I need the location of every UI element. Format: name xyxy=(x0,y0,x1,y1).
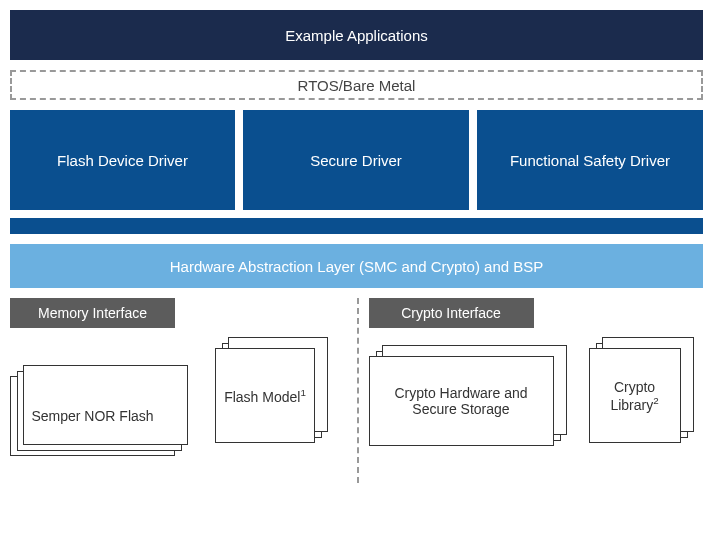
doc-text: Crypto Hardware and Secure Storage xyxy=(376,385,547,417)
doc-label: Crypto Library xyxy=(610,379,655,413)
doc-text: Semper NOR Flash xyxy=(31,408,153,424)
doc-flash-model: Flash Model1 xyxy=(215,348,315,443)
doc-crypto-hardware: Crypto Hardware and Secure Storage xyxy=(369,356,554,446)
layer-rtos: RTOS/Bare Metal xyxy=(10,70,703,100)
doc-superscript: 2 xyxy=(653,395,658,406)
crypto-interface-label: Crypto Interface xyxy=(369,298,534,328)
doc-text: Crypto Library2 xyxy=(596,379,674,413)
doc-crypto-library: Crypto Library2 xyxy=(589,348,681,443)
layer-hal: Hardware Abstraction Layer (SMC and Cryp… xyxy=(10,244,703,288)
crypto-interface-column: Crypto Interface Crypto Hardware and Sec… xyxy=(357,298,704,483)
memory-interface-column: Memory Interface Semper NOR Flash Flash … xyxy=(10,298,357,483)
driver-base-strip xyxy=(10,218,703,234)
layer-applications: Example Applications xyxy=(10,10,703,60)
driver-flash: Flash Device Driver xyxy=(10,110,235,210)
doc-text: Flash Model1 xyxy=(224,387,306,405)
doc-semper-nor-flash: Semper NOR Flash xyxy=(10,376,175,456)
drivers-layer: Flash Device Driver Secure Driver Functi… xyxy=(10,110,703,234)
driver-secure: Secure Driver xyxy=(243,110,469,210)
driver-functional-safety: Functional Safety Driver xyxy=(477,110,703,210)
memory-interface-label: Memory Interface xyxy=(10,298,175,328)
doc-superscript: 1 xyxy=(300,387,305,398)
doc-label: Flash Model xyxy=(224,388,300,404)
interfaces-row: Memory Interface Semper NOR Flash Flash … xyxy=(10,298,703,483)
architecture-diagram: Example Applications RTOS/Bare Metal Fla… xyxy=(10,10,703,483)
